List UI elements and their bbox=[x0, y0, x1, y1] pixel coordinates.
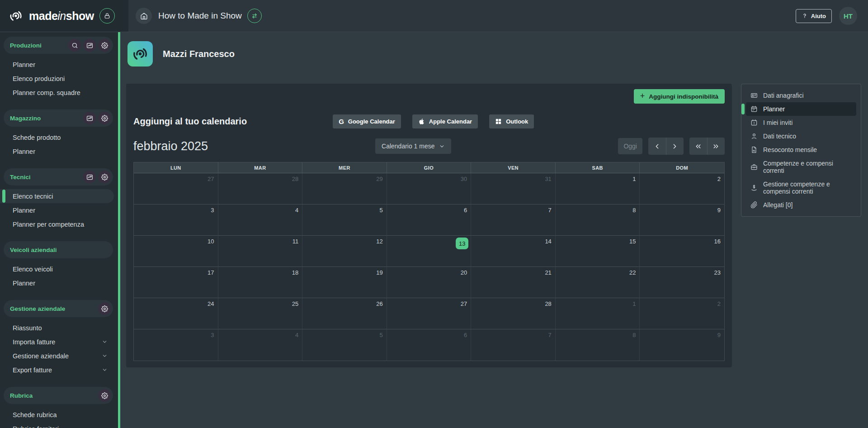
calendar-day-cell[interactable]: 9 bbox=[640, 204, 724, 236]
calendar-day-cell[interactable]: 21 bbox=[471, 267, 556, 298]
sidebar-item-label: Planner bbox=[13, 207, 35, 214]
sidebar-item[interactable]: Export fatture bbox=[0, 363, 114, 377]
right-menu-item[interactable]: Dati tecnico bbox=[746, 129, 856, 143]
chart-icon[interactable] bbox=[83, 171, 96, 183]
add-to-calendar-provider-button[interactable]: Apple Calendar bbox=[412, 114, 478, 128]
previous-year-button[interactable] bbox=[689, 138, 707, 155]
calendar-view-selector[interactable]: Calendario 1 mese bbox=[375, 138, 451, 154]
calendar-day-cell[interactable]: 28 bbox=[471, 298, 556, 329]
calendar-day-cell[interactable]: 30 bbox=[387, 173, 472, 204]
calendar-day-cell[interactable]: 20 bbox=[387, 267, 472, 298]
gear-icon[interactable] bbox=[98, 39, 111, 52]
sidebar-item[interactable]: Planner per competenza bbox=[0, 217, 114, 231]
add-to-calendar-provider-button[interactable]: G Google Calendar bbox=[333, 114, 401, 128]
calendar-day-cell[interactable]: 4 bbox=[218, 329, 303, 361]
sidebar-item[interactable]: Planner bbox=[0, 203, 114, 217]
calendar-day-cell[interactable]: 1 bbox=[556, 298, 640, 329]
calendar-day-cell[interactable]: 29 bbox=[302, 173, 387, 204]
sidebar-section-header[interactable]: Tecnici bbox=[4, 168, 113, 185]
calendar-day-cell[interactable]: 14 bbox=[471, 236, 556, 267]
gear-icon[interactable] bbox=[98, 302, 111, 315]
sidebar-item[interactable]: Elenco produzioni bbox=[0, 71, 114, 86]
calendar-day-cell[interactable]: 11 bbox=[218, 236, 303, 267]
calendar-day-cell[interactable]: 1 bbox=[556, 173, 640, 204]
sidebar-item[interactable]: Planner bbox=[0, 276, 114, 290]
sidebar-item[interactable]: Importa fatture bbox=[0, 335, 114, 349]
calendar-day-cell[interactable]: 2 bbox=[640, 298, 724, 329]
sidebar-item[interactable]: Elenco veicoli bbox=[0, 262, 114, 276]
calendar-day-cell[interactable]: 28 bbox=[218, 173, 303, 204]
calendar-day-cell[interactable]: 7 bbox=[471, 204, 556, 236]
right-menu-item[interactable]: Competenze e compensi correnti bbox=[746, 157, 856, 177]
brand-logo-text[interactable]: madeinshow bbox=[29, 10, 94, 23]
calendar-date-number: 3 bbox=[211, 332, 214, 338]
calendar-day-cell[interactable]: 12 bbox=[302, 236, 387, 267]
help-button[interactable]: Aiuto bbox=[796, 9, 832, 23]
calendar-day-cell[interactable]: 18 bbox=[218, 267, 303, 298]
calendar-day-cell[interactable]: 23 bbox=[640, 267, 724, 298]
calendar-day-cell[interactable]: 8 bbox=[556, 329, 640, 361]
calendar-day-cell[interactable]: 5 bbox=[302, 204, 387, 236]
calendar-day-cell[interactable]: 5 bbox=[302, 329, 387, 361]
swap-icon[interactable] bbox=[247, 9, 262, 23]
calendar-day-cell[interactable]: 10 bbox=[134, 236, 218, 267]
calendar-day-cell[interactable]: 6 bbox=[387, 329, 472, 361]
calendar-date-number: 31 bbox=[545, 176, 551, 182]
sidebar-section-header[interactable]: Gestione aziendale bbox=[4, 300, 113, 317]
previous-month-button[interactable] bbox=[648, 138, 666, 155]
calendar-day-cell[interactable]: 6 bbox=[387, 204, 472, 236]
sidebar-item[interactable]: Gestione aziendale bbox=[0, 349, 114, 363]
lock-icon[interactable] bbox=[99, 8, 115, 24]
sidebar-section-header[interactable]: Magazzino bbox=[4, 109, 113, 127]
gear-icon[interactable] bbox=[98, 389, 111, 402]
calendar-day-cell[interactable]: 13 bbox=[387, 236, 472, 267]
calendar-day-cell[interactable]: 15 bbox=[556, 236, 640, 267]
gear-icon[interactable] bbox=[98, 171, 111, 183]
sidebar-section-header[interactable]: Produzioni bbox=[4, 37, 113, 54]
next-year-button[interactable] bbox=[707, 138, 725, 155]
calendar-day-cell[interactable]: 19 bbox=[302, 267, 387, 298]
right-menu-item[interactable]: I miei inviti bbox=[746, 116, 856, 129]
sidebar-item[interactable]: Planner bbox=[0, 57, 114, 71]
gear-icon[interactable] bbox=[98, 112, 111, 124]
add-unavailability-button[interactable]: + Aggiungi indisponibilità bbox=[634, 89, 725, 104]
calendar-day-cell[interactable]: 27 bbox=[387, 298, 472, 329]
sidebar-section-header[interactable]: Veicoli aziendali bbox=[4, 241, 113, 258]
home-icon[interactable] bbox=[136, 8, 152, 24]
right-menu-item[interactable]: Resoconto mensile bbox=[746, 143, 856, 157]
calendar-day-cell[interactable]: 26 bbox=[302, 298, 387, 329]
sidebar-item[interactable]: Riassunto bbox=[0, 321, 114, 335]
calendar-day-cell[interactable]: 4 bbox=[218, 204, 303, 236]
calendar-day-cell[interactable]: 8 bbox=[556, 204, 640, 236]
today-button[interactable]: Oggi bbox=[618, 138, 642, 154]
right-menu-item[interactable]: Allegati [0] bbox=[746, 198, 856, 212]
calendar-day-cell[interactable]: 31 bbox=[471, 173, 556, 204]
calendar-day-cell[interactable]: 2 bbox=[640, 173, 724, 204]
calendar-day-cell[interactable]: 24 bbox=[134, 298, 218, 329]
calendar-day-cell[interactable]: 3 bbox=[134, 204, 218, 236]
calendar-day-cell[interactable]: 17 bbox=[134, 267, 218, 298]
sidebar-item[interactable]: Rubrica fornitori bbox=[0, 422, 114, 428]
add-to-calendar-provider-button[interactable]: Outlook bbox=[489, 114, 534, 128]
sidebar-item[interactable]: Planner bbox=[0, 144, 114, 158]
right-menu-item[interactable]: Gestione competenze e compensi correnti bbox=[746, 177, 856, 198]
search-icon[interactable] bbox=[68, 39, 81, 52]
sidebar-item[interactable]: Planner comp. squadre bbox=[0, 86, 114, 100]
calendar-day-cell[interactable]: 9 bbox=[640, 329, 724, 361]
user-avatar[interactable]: HT bbox=[839, 7, 857, 25]
right-menu-item[interactable]: Dati anagrafici bbox=[746, 89, 856, 102]
chart-icon[interactable] bbox=[83, 112, 96, 124]
calendar-day-cell[interactable]: 7 bbox=[471, 329, 556, 361]
sidebar-item[interactable]: Schede prodotto bbox=[0, 130, 114, 144]
calendar-day-cell[interactable]: 22 bbox=[556, 267, 640, 298]
sidebar-item[interactable]: Schede rubrica bbox=[0, 408, 114, 422]
chart-icon[interactable] bbox=[83, 39, 96, 52]
calendar-day-cell[interactable]: 25 bbox=[218, 298, 303, 329]
calendar-day-cell[interactable]: 16 bbox=[640, 236, 724, 267]
next-month-button[interactable] bbox=[666, 138, 684, 155]
calendar-day-cell[interactable]: 3 bbox=[134, 329, 218, 361]
sidebar-section-header[interactable]: Rubrica bbox=[4, 387, 113, 404]
sidebar-item[interactable]: Elenco tecnici bbox=[0, 189, 114, 203]
calendar-day-cell[interactable]: 27 bbox=[134, 173, 218, 204]
right-menu-item[interactable]: Planner bbox=[746, 102, 856, 116]
